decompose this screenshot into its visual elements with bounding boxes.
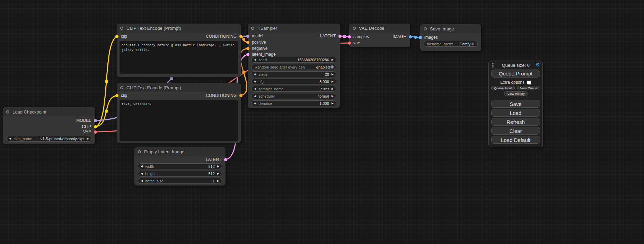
increment-arrow-icon[interactable]: ▶ bbox=[87, 137, 89, 140]
decrement-arrow-icon[interactable]: ◀ bbox=[254, 73, 256, 76]
increment-arrow-icon[interactable]: ▶ bbox=[217, 180, 219, 182]
collapse-toggle-icon[interactable] bbox=[138, 150, 141, 153]
output-port-conditioning[interactable] bbox=[239, 94, 242, 97]
increment-arrow-icon[interactable]: ▶ bbox=[332, 95, 334, 98]
node-ksampler[interactable]: KSampler model LATENT positive negative … bbox=[248, 24, 340, 108]
output-port-conditioning[interactable] bbox=[239, 35, 242, 38]
settings-gear-icon[interactable]: ⚙ bbox=[536, 62, 540, 67]
node-header[interactable]: KSampler bbox=[248, 24, 340, 33]
save-button[interactable]: Save bbox=[491, 100, 540, 108]
input-port-model[interactable] bbox=[246, 35, 249, 38]
decrement-arrow-icon[interactable]: ◀ bbox=[254, 58, 256, 61]
widget-width[interactable]: ◀ width 512 ▶ bbox=[138, 163, 222, 169]
view-history-button[interactable]: View History bbox=[504, 91, 528, 96]
toggle-dot-icon[interactable] bbox=[330, 65, 334, 69]
node-canvas[interactable]: Load Checkpoint MODEL CLIP VAE ◀ ckpt_na… bbox=[0, 0, 644, 244]
slot-label: negative bbox=[252, 46, 267, 51]
node-header[interactable]: Load Checkpoint bbox=[3, 107, 95, 116]
node-save-image[interactable]: Save Image images filename_prefix ComfyU… bbox=[420, 24, 481, 51]
decrement-arrow-icon[interactable]: ◀ bbox=[9, 137, 11, 140]
widget-value: 8.000 bbox=[319, 80, 329, 84]
increment-arrow-icon[interactable]: ▶ bbox=[332, 73, 334, 76]
node-header[interactable]: CLIP Text Encode (Prompt) bbox=[117, 24, 241, 33]
increment-arrow-icon[interactable]: ▶ bbox=[332, 102, 334, 105]
output-port-latent[interactable] bbox=[338, 35, 342, 38]
node-load-checkpoint[interactable]: Load Checkpoint MODEL CLIP VAE ◀ ckpt_na… bbox=[3, 107, 95, 144]
output-port-image[interactable] bbox=[409, 35, 412, 38]
widget-sampler-name[interactable]: ◀ sampler_name euler ▶ bbox=[251, 86, 336, 92]
widget-label: ckpt_name bbox=[14, 137, 32, 141]
decrement-arrow-icon[interactable]: ◀ bbox=[254, 80, 256, 83]
input-port-clip[interactable] bbox=[115, 35, 118, 38]
node-clip-text-encode-positive[interactable]: CLIP Text Encode (Prompt) clip CONDITION… bbox=[117, 24, 241, 77]
increment-arrow-icon[interactable]: ▶ bbox=[332, 58, 334, 61]
decrement-arrow-icon[interactable]: ◀ bbox=[254, 95, 256, 98]
input-port-positive[interactable] bbox=[246, 41, 249, 44]
output-port-latent[interactable] bbox=[224, 158, 227, 161]
decrement-arrow-icon[interactable]: ◀ bbox=[254, 88, 256, 90]
slot-label: clip bbox=[121, 34, 127, 39]
widget-label: filename_prefix bbox=[427, 42, 453, 46]
widget-denoise[interactable]: ◀ denoise 1.000 ▶ bbox=[251, 100, 336, 106]
slot-label: VAE bbox=[83, 129, 91, 134]
extra-options-checkbox[interactable] bbox=[527, 81, 531, 84]
widget-filename-prefix[interactable]: filename_prefix ComfyUI bbox=[424, 41, 478, 47]
decrement-arrow-icon[interactable]: ◀ bbox=[141, 165, 143, 168]
collapse-toggle-icon[interactable] bbox=[424, 27, 427, 30]
positive-prompt-textarea[interactable]: beautiful scenery nature glass bottle la… bbox=[120, 41, 238, 74]
widget-batch-size[interactable]: ◀ batch_size 1 ▶ bbox=[138, 178, 222, 184]
increment-arrow-icon[interactable]: ▶ bbox=[217, 165, 219, 168]
output-port-model[interactable] bbox=[94, 119, 97, 122]
output-port-vae[interactable] bbox=[94, 130, 97, 134]
clear-button[interactable]: Clear bbox=[491, 127, 540, 135]
decrement-arrow-icon[interactable]: ◀ bbox=[141, 172, 143, 175]
node-header[interactable]: Save Image bbox=[420, 24, 481, 33]
widget-value: 1.000 bbox=[319, 101, 329, 106]
input-slot-images: images bbox=[420, 34, 451, 40]
collapse-toggle-icon[interactable] bbox=[6, 110, 9, 114]
widget-random-seed-toggle[interactable]: Random seed after every gen enabled bbox=[251, 64, 336, 70]
node-header[interactable]: Empty Latent Image bbox=[134, 147, 226, 156]
queue-prompt-button[interactable]: Queue Prompt bbox=[491, 70, 540, 78]
collapse-toggle-icon[interactable] bbox=[251, 27, 254, 30]
increment-arrow-icon[interactable]: ▶ bbox=[332, 88, 334, 90]
refresh-button[interactable]: Refresh bbox=[491, 118, 540, 126]
increment-arrow-icon[interactable]: ▶ bbox=[332, 80, 334, 83]
load-button[interactable]: Load bbox=[491, 109, 540, 117]
link-midpoint-dot bbox=[343, 35, 346, 38]
widget-steps[interactable]: ◀ steps 20 ▶ bbox=[251, 71, 336, 77]
node-vae-decode[interactable]: VAE Decode samples IMAGE vae bbox=[349, 24, 410, 47]
widget-cfg[interactable]: ◀ cfg 8.000 ▶ bbox=[251, 79, 336, 84]
collapse-toggle-icon[interactable] bbox=[120, 86, 123, 89]
node-header[interactable]: VAE Decode bbox=[349, 24, 410, 33]
widget-seed[interactable]: ◀ seed 156680208700286 ▶ bbox=[251, 57, 336, 63]
widget-height[interactable]: ◀ height 512 ▶ bbox=[138, 171, 222, 177]
load-default-button[interactable]: Load Default bbox=[491, 136, 540, 144]
decrement-arrow-icon[interactable]: ◀ bbox=[141, 180, 143, 182]
input-port-negative[interactable] bbox=[246, 47, 249, 50]
node-title: Load Checkpoint bbox=[12, 109, 46, 115]
input-port-clip[interactable] bbox=[115, 94, 118, 97]
increment-arrow-icon[interactable]: ▶ bbox=[217, 172, 219, 175]
queue-front-button[interactable]: Queue Front bbox=[491, 86, 515, 90]
negative-prompt-textarea[interactable]: text, watermark bbox=[120, 100, 238, 141]
collapse-toggle-icon[interactable] bbox=[353, 27, 356, 30]
decrement-arrow-icon[interactable]: ◀ bbox=[254, 102, 256, 105]
widget-scheduler[interactable]: ◀ scheduler normal ▶ bbox=[251, 93, 336, 99]
input-port-latent-image[interactable] bbox=[246, 53, 249, 56]
node-header[interactable]: CLIP Text Encode (Prompt) bbox=[117, 83, 241, 92]
node-clip-text-encode-negative[interactable]: CLIP Text Encode (Prompt) clip CONDITION… bbox=[117, 83, 241, 143]
node-empty-latent-image[interactable]: Empty Latent Image LATENT ◀ width 512 ▶ … bbox=[134, 147, 226, 186]
queue-size-label: Queue size: 0 bbox=[489, 63, 542, 68]
widget-ckpt-name[interactable]: ◀ ckpt_name v1-5-pruned-emaonly.ckpt ▶ bbox=[6, 136, 92, 142]
slot-label: LATENT bbox=[206, 157, 221, 162]
collapse-toggle-icon[interactable] bbox=[120, 27, 123, 30]
input-port-vae[interactable] bbox=[348, 42, 351, 45]
input-port-samples[interactable] bbox=[348, 35, 351, 38]
widget-value: 20 bbox=[325, 72, 329, 76]
output-port-clip[interactable] bbox=[94, 125, 97, 128]
node-title: KSampler bbox=[257, 26, 277, 31]
input-port-images[interactable] bbox=[419, 36, 422, 39]
slot-label: vae bbox=[353, 40, 360, 45]
view-queue-button[interactable]: View Queue bbox=[517, 86, 540, 90]
